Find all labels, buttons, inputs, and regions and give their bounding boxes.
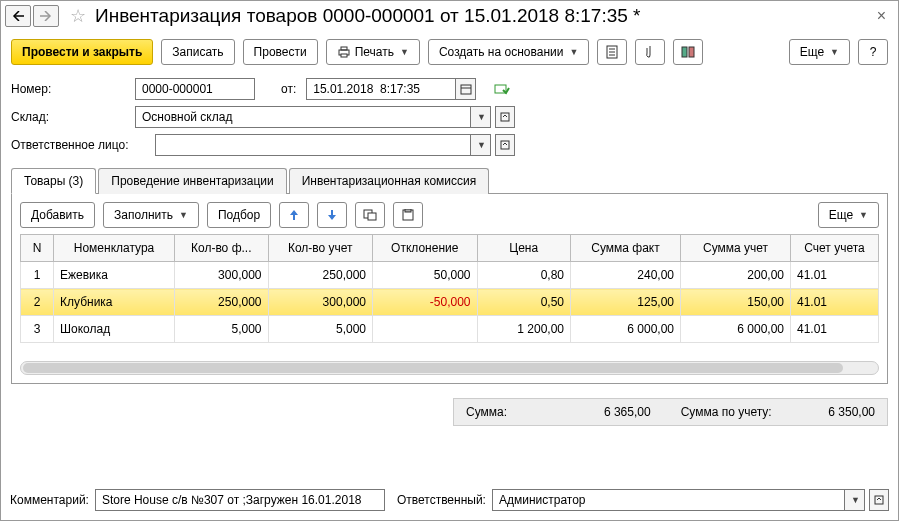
printer-icon bbox=[337, 46, 351, 58]
more-label: Еще bbox=[800, 45, 824, 59]
window-title: Инвентаризация товаров 0000-000001 от 15… bbox=[95, 5, 873, 27]
forward-button[interactable] bbox=[33, 5, 59, 27]
svg-rect-10 bbox=[689, 47, 694, 57]
number-input[interactable] bbox=[135, 78, 255, 100]
select-button[interactable]: Подбор bbox=[207, 202, 271, 228]
print-label: Печать bbox=[355, 45, 394, 59]
col-qty-fact[interactable]: Кол-во ф... bbox=[175, 235, 269, 262]
svg-rect-9 bbox=[682, 47, 687, 57]
print-button[interactable]: Печать ▼ bbox=[326, 39, 420, 65]
footer-resp-open[interactable] bbox=[869, 489, 889, 511]
create-based-label: Создать на основании bbox=[439, 45, 564, 59]
warehouse-dropdown[interactable]: ▼ bbox=[471, 106, 491, 128]
create-based-button[interactable]: Создать на основании ▼ bbox=[428, 39, 589, 65]
svg-rect-17 bbox=[368, 213, 376, 220]
col-sum-fact[interactable]: Сумма факт bbox=[571, 235, 681, 262]
responsible-label: Ответственное лицо: bbox=[11, 138, 149, 152]
number-label: Номер: bbox=[11, 82, 129, 96]
chevron-down-icon: ▼ bbox=[400, 47, 409, 57]
fill-label: Заполнить bbox=[114, 208, 173, 222]
date-label: от: bbox=[281, 82, 296, 96]
footer-resp-input[interactable] bbox=[492, 489, 845, 511]
post-button[interactable]: Провести bbox=[243, 39, 318, 65]
status-icon bbox=[494, 82, 510, 96]
goods-table: N Номенклатура Кол-во ф... Кол-во учет О… bbox=[20, 234, 879, 343]
footer-resp-label: Ответственный: bbox=[397, 493, 486, 507]
col-nom[interactable]: Номенклатура bbox=[54, 235, 175, 262]
register-button[interactable] bbox=[673, 39, 703, 65]
add-row-button[interactable]: Добавить bbox=[20, 202, 95, 228]
tab-conduct[interactable]: Проведение инвентаризации bbox=[98, 168, 286, 194]
tab-goods[interactable]: Товары (3) bbox=[11, 168, 96, 194]
sum-acc-value: 6 350,00 bbox=[828, 405, 875, 419]
warehouse-open[interactable] bbox=[495, 106, 515, 128]
col-price[interactable]: Цена bbox=[477, 235, 571, 262]
responsible-dropdown[interactable]: ▼ bbox=[471, 134, 491, 156]
grid-more-button[interactable]: Еще▼ bbox=[818, 202, 879, 228]
svg-rect-20 bbox=[875, 496, 883, 504]
svg-rect-11 bbox=[461, 85, 471, 94]
footer-resp-dropdown[interactable]: ▼ bbox=[845, 489, 865, 511]
totals-bar: Сумма:6 365,00 Сумма по учету:6 350,00 bbox=[453, 398, 888, 426]
report-button[interactable] bbox=[597, 39, 627, 65]
move-down-button[interactable] bbox=[317, 202, 347, 228]
chevron-down-icon: ▼ bbox=[179, 210, 188, 220]
chevron-down-icon: ▼ bbox=[830, 47, 839, 57]
col-sum-acc[interactable]: Сумма учет bbox=[681, 235, 791, 262]
calendar-button[interactable] bbox=[456, 78, 476, 100]
scrollbar-thumb[interactable] bbox=[23, 363, 843, 373]
svg-rect-3 bbox=[341, 47, 347, 50]
attach-button[interactable] bbox=[635, 39, 665, 65]
responsible-input[interactable] bbox=[155, 134, 471, 156]
chevron-down-icon: ▼ bbox=[859, 210, 868, 220]
paste-button[interactable] bbox=[393, 202, 423, 228]
date-input[interactable] bbox=[306, 78, 456, 100]
grid-more-label: Еще bbox=[829, 208, 853, 222]
post-and-close-button[interactable]: Провести и закрыть bbox=[11, 39, 153, 65]
table-row[interactable]: 2Клубника250,000300,000-50,0000,50125,00… bbox=[21, 289, 879, 316]
help-button[interactable]: ? bbox=[858, 39, 888, 65]
sum-acc-label: Сумма по учету: bbox=[681, 405, 772, 419]
favorite-icon[interactable]: ☆ bbox=[67, 5, 89, 27]
warehouse-input[interactable] bbox=[135, 106, 471, 128]
responsible-open[interactable] bbox=[495, 134, 515, 156]
fill-button[interactable]: Заполнить▼ bbox=[103, 202, 199, 228]
comment-label: Комментарий: bbox=[10, 493, 89, 507]
table-row[interactable]: 1Ежевика300,000250,00050,0000,80240,0020… bbox=[21, 262, 879, 289]
tab-commission[interactable]: Инвентаризационная комиссия bbox=[289, 168, 490, 194]
col-qty-acc[interactable]: Кол-во учет bbox=[268, 235, 373, 262]
save-button[interactable]: Записать bbox=[161, 39, 234, 65]
comment-input[interactable] bbox=[95, 489, 385, 511]
col-n[interactable]: N bbox=[21, 235, 54, 262]
warehouse-label: Склад: bbox=[11, 110, 129, 124]
col-acc[interactable]: Счет учета bbox=[791, 235, 879, 262]
more-button[interactable]: Еще ▼ bbox=[789, 39, 850, 65]
copy-button[interactable] bbox=[355, 202, 385, 228]
svg-rect-15 bbox=[501, 141, 509, 149]
sum-value: 6 365,00 bbox=[604, 405, 651, 419]
back-button[interactable] bbox=[5, 5, 31, 27]
svg-rect-4 bbox=[341, 54, 347, 57]
move-up-button[interactable] bbox=[279, 202, 309, 228]
chevron-down-icon: ▼ bbox=[569, 47, 578, 57]
svg-rect-19 bbox=[405, 209, 411, 212]
svg-rect-14 bbox=[501, 113, 509, 121]
horizontal-scrollbar[interactable] bbox=[20, 361, 879, 375]
table-row[interactable]: 3Шоколад5,0005,0001 200,006 000,006 000,… bbox=[21, 316, 879, 343]
col-dev[interactable]: Отклонение bbox=[373, 235, 478, 262]
close-button[interactable]: × bbox=[873, 7, 890, 25]
sum-label: Сумма: bbox=[466, 405, 507, 419]
